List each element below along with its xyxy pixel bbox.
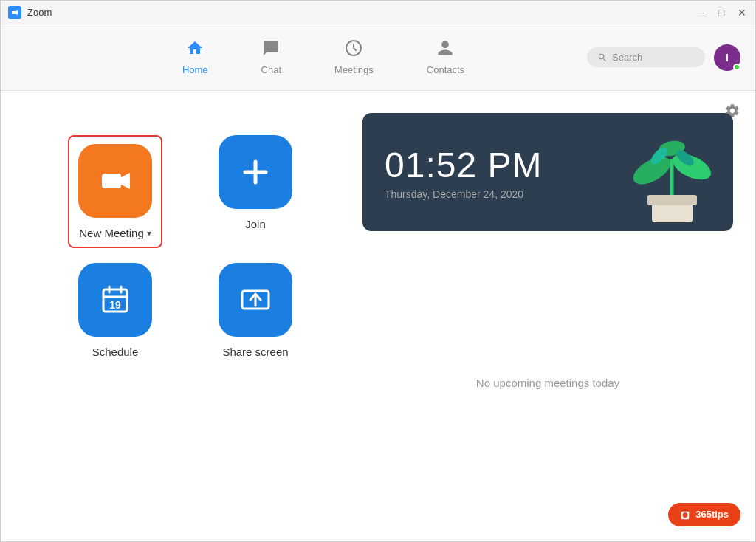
clock-text: 01:52 PM Thursday, December 24, 2020 — [362, 145, 733, 200]
search-placeholder: Search — [612, 52, 642, 63]
tab-meetings-label: Meetings — [334, 64, 374, 75]
no-meetings-label: No upcoming meetings today — [476, 377, 619, 389]
share-screen-label: Share screen — [222, 346, 288, 358]
tab-contacts[interactable]: Contacts — [415, 33, 476, 81]
home-icon — [186, 39, 204, 61]
svg-rect-3 — [102, 174, 121, 188]
tab-chat[interactable]: Chat — [250, 33, 293, 81]
svg-marker-4 — [121, 173, 130, 189]
search-icon — [597, 52, 608, 63]
app-title: Zoom — [27, 7, 695, 18]
contacts-icon — [436, 39, 454, 61]
join-label: Join — [245, 218, 266, 230]
new-meeting-item: New Meeting ▾ — [60, 135, 171, 248]
chat-icon — [262, 39, 280, 61]
clock-card: 01:52 PM Thursday, December 24, 2020 — [362, 113, 733, 231]
new-meeting-label: New Meeting — [79, 227, 144, 239]
tab-home[interactable]: Home — [171, 33, 220, 81]
tab-contacts-label: Contacts — [427, 64, 464, 75]
svg-marker-1 — [16, 10, 18, 15]
maximize-button[interactable]: □ — [715, 7, 727, 18]
left-panel: New Meeting ▾ Join — [1, 91, 355, 541]
new-meeting-icon-btn — [78, 144, 152, 218]
user-avatar[interactable]: I — [714, 44, 740, 71]
main-window: Zoom ─ □ ✕ Home — [0, 0, 756, 542]
nav-bar: Home Chat Meetings — [1, 24, 755, 91]
meetings-icon — [345, 39, 362, 61]
clock-time: 01:52 PM — [385, 145, 733, 185]
main-content: New Meeting ▾ Join — [1, 91, 755, 541]
schedule-label: Schedule — [92, 346, 139, 358]
new-meeting-label-row: New Meeting ▾ — [79, 227, 151, 239]
nav-tabs: Home Chat Meetings — [60, 33, 587, 81]
tab-chat-label: Chat — [261, 64, 281, 75]
avatar-initials: I — [726, 52, 729, 64]
nav-right: Search I — [587, 44, 740, 71]
search-bar[interactable]: Search — [587, 47, 705, 67]
join-button[interactable] — [219, 135, 292, 209]
app-icon — [8, 6, 21, 19]
tab-meetings[interactable]: Meetings — [323, 33, 385, 81]
watermark-text: 365tips — [695, 509, 729, 520]
meetings-section: No upcoming meetings today — [362, 246, 733, 519]
close-button[interactable]: ✕ — [736, 7, 748, 18]
schedule-button[interactable]: 19 — [78, 263, 152, 337]
share-screen-button[interactable] — [219, 263, 292, 337]
new-meeting-button[interactable]: New Meeting ▾ — [68, 135, 162, 248]
join-item: Join — [200, 135, 311, 248]
minimize-button[interactable]: ─ — [695, 7, 707, 18]
share-screen-item: Share screen — [200, 263, 311, 358]
schedule-item: 19 Schedule — [60, 263, 171, 358]
action-buttons-grid: New Meeting ▾ Join — [60, 135, 311, 358]
dropdown-arrow-icon: ▾ — [147, 228, 151, 239]
svg-text:19: 19 — [109, 299, 121, 311]
watermark: 365tips — [668, 503, 740, 526]
right-panel: 01:52 PM Thursday, December 24, 2020 — [355, 91, 755, 541]
online-indicator — [733, 64, 740, 71]
tab-home-label: Home — [182, 64, 208, 75]
clock-date: Thursday, December 24, 2020 — [385, 188, 733, 200]
window-controls: ─ □ ✕ — [695, 7, 748, 18]
title-bar: Zoom ─ □ ✕ — [1, 1, 755, 24]
